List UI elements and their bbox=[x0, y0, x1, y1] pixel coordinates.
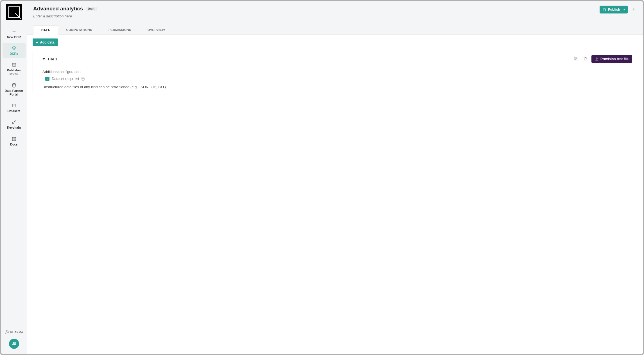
card-hint: Unstructured data files of any kind can … bbox=[42, 85, 632, 89]
sidebar-item-label: Keychain bbox=[7, 126, 21, 129]
additional-config-label: Additional configuration bbox=[42, 70, 632, 74]
data-card: File 1 bbox=[33, 51, 637, 94]
svg-marker-4 bbox=[12, 46, 16, 49]
globe-icon bbox=[5, 330, 9, 334]
sidebar-item-data-partner-portal[interactable]: Data Partner Portal bbox=[3, 80, 26, 99]
app-logo bbox=[6, 4, 22, 20]
sidebar-item-label: DCRs bbox=[10, 52, 18, 56]
publish-label: Publish bbox=[608, 8, 620, 12]
sidebar-item-docs[interactable]: Docs bbox=[3, 134, 26, 149]
tab-label: PERMISSIONS bbox=[109, 28, 131, 31]
tab-label: OVERVIEW bbox=[148, 28, 165, 31]
dataset-required-label: Dataset required bbox=[52, 77, 79, 81]
trash-icon bbox=[583, 56, 587, 61]
sidebar: New DCR DCRs Publisher Portal Data Partn… bbox=[1, 1, 27, 354]
sidebar-item-label: New DCR bbox=[7, 35, 21, 39]
org-badge[interactable]: PHARMA bbox=[1, 329, 27, 336]
key-icon bbox=[12, 120, 17, 125]
tabs: DATA COMPUTATIONS PERMISSIONS OVERVIEW bbox=[33, 25, 637, 34]
provision-button[interactable]: Provision test file bbox=[591, 55, 632, 63]
page-title: Advanced analytics bbox=[33, 6, 83, 12]
main: Advanced analytics Draft Publish ▼ bbox=[27, 1, 643, 354]
duplicate-button[interactable] bbox=[572, 55, 579, 63]
svg-point-21 bbox=[37, 70, 37, 70]
copy-icon bbox=[573, 56, 578, 61]
tab-content: + Add data File 1 bbox=[27, 35, 643, 354]
more-menu-button[interactable] bbox=[630, 6, 638, 13]
card-toggle[interactable]: File 1 bbox=[42, 57, 57, 61]
tab-computations[interactable]: COMPUTATIONS bbox=[58, 25, 100, 34]
delete-button[interactable] bbox=[582, 55, 589, 63]
sidebar-item-label: Data Partner Portal bbox=[3, 89, 25, 96]
sidebar-item-label: Datasets bbox=[8, 109, 21, 113]
drag-handle-icon[interactable] bbox=[35, 67, 38, 71]
book-icon bbox=[12, 136, 17, 142]
page-header: Advanced analytics Draft Publish ▼ bbox=[27, 1, 643, 35]
tab-label: DATA bbox=[41, 28, 50, 32]
more-vertical-icon bbox=[632, 7, 636, 12]
publish-button[interactable]: Publish ▼ bbox=[600, 6, 628, 13]
tab-label: COMPUTATIONS bbox=[66, 28, 92, 31]
tab-overview[interactable]: OVERVIEW bbox=[139, 25, 173, 34]
svg-point-19 bbox=[37, 69, 37, 69]
sidebar-item-label: Publisher Portal bbox=[3, 69, 25, 76]
sidebar-item-label: Docs bbox=[10, 143, 18, 146]
database-icon bbox=[12, 83, 17, 88]
tab-permissions[interactable]: PERMISSIONS bbox=[100, 25, 139, 34]
tab-data[interactable]: DATA bbox=[33, 25, 58, 35]
help-icon[interactable]: ? bbox=[81, 77, 85, 81]
sidebar-item-dcrs[interactable]: DCRs bbox=[3, 43, 26, 58]
plus-icon: + bbox=[36, 40, 38, 44]
svg-point-14 bbox=[634, 9, 634, 10]
layers-icon bbox=[12, 46, 17, 51]
svg-point-15 bbox=[634, 11, 634, 11]
svg-point-13 bbox=[634, 8, 634, 8]
svg-point-18 bbox=[36, 69, 37, 69]
svg-point-8 bbox=[12, 83, 16, 85]
chevron-down-icon bbox=[42, 58, 45, 60]
user-avatar[interactable]: US bbox=[9, 339, 19, 349]
dataset-required-checkbox[interactable] bbox=[45, 77, 49, 81]
sidebar-item-new-dcr[interactable]: New DCR bbox=[3, 26, 26, 41]
upload-icon bbox=[595, 57, 599, 61]
org-label: PHARMA bbox=[10, 331, 23, 334]
plus-icon bbox=[12, 29, 17, 34]
status-badge: Draft bbox=[86, 7, 96, 11]
add-data-label: Add data bbox=[40, 40, 54, 44]
svg-point-16 bbox=[36, 68, 37, 69]
svg-point-20 bbox=[36, 70, 37, 70]
svg-point-12 bbox=[12, 122, 14, 124]
sidebar-item-keychain[interactable]: Keychain bbox=[3, 117, 26, 132]
svg-rect-5 bbox=[12, 63, 16, 67]
sidebar-item-datasets[interactable]: Datasets bbox=[3, 100, 26, 115]
table-icon bbox=[12, 103, 17, 108]
avatar-initials: US bbox=[12, 342, 16, 346]
check-icon bbox=[46, 77, 49, 80]
svg-point-17 bbox=[37, 68, 37, 69]
chevron-down-icon: ▼ bbox=[623, 8, 625, 11]
add-data-button[interactable]: + Add data bbox=[33, 38, 58, 46]
sidebar-item-publisher-portal[interactable]: Publisher Portal bbox=[3, 60, 26, 78]
description-input[interactable] bbox=[33, 13, 146, 22]
file-icon bbox=[602, 8, 606, 12]
card-title: File 1 bbox=[48, 57, 57, 61]
provision-label: Provision test file bbox=[600, 57, 629, 61]
news-icon bbox=[12, 62, 17, 67]
